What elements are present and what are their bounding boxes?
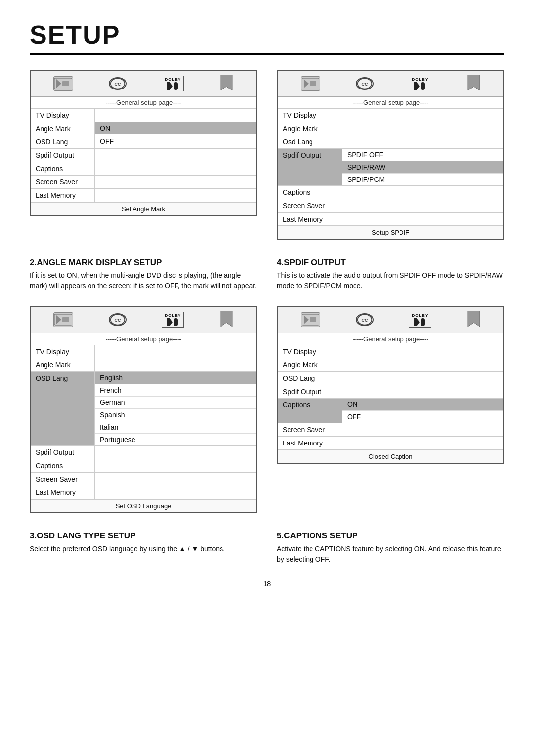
menu-row: TV Display	[31, 345, 256, 358]
menu-row: Captions	[278, 186, 503, 199]
menu-item-label: Angle Mark	[278, 358, 342, 371]
diagram-spdif: CC DOLBY -----General setup page----TV D…	[277, 70, 504, 240]
menu-option: SPDIF/PCM	[342, 174, 503, 185]
menu-row: Captions	[31, 459, 256, 473]
menu-option: SPDIF/RAW	[342, 161, 503, 174]
menu-item-label: Spdif Output	[278, 149, 342, 185]
text-section-angle-mark-setup: 2.ANGLE MARK DISPLAY SETUPIf it is set t…	[30, 255, 257, 291]
menu-item-label: Captions	[31, 162, 95, 175]
diagram-caption: Set OSD Language	[31, 499, 256, 512]
menu-option: ON	[95, 122, 256, 134]
menu-item-label: Last Memory	[31, 189, 95, 202]
dvd-icon	[301, 76, 320, 91]
menu-item-label: Osd Lang	[278, 135, 342, 148]
diagram-topbar: CC DOLBY	[278, 71, 503, 97]
dolby-icon: DOLBY	[409, 312, 431, 328]
section-header: 2.ANGLE MARK DISPLAY SETUP	[30, 258, 257, 267]
bookmark-icon	[467, 75, 481, 92]
menu-row: OSD LangOFF	[31, 135, 256, 149]
menu-row: Screen Saver	[278, 423, 503, 437]
svg-marker-27	[468, 311, 480, 327]
menu-item-label: Angle Mark	[278, 122, 342, 135]
main-grid: CC DOLBY -----General setup page----TV D…	[30, 70, 504, 513]
diagram-topbar: CC DOLBY	[278, 307, 503, 333]
setup-page-label: -----General setup page----	[278, 97, 503, 109]
bookmark-icon	[467, 311, 481, 329]
menu-item-label: Last Memory	[278, 437, 342, 449]
diagram-angle-mark: CC DOLBY -----General setup page----TV D…	[30, 70, 257, 240]
dvd-icon	[53, 312, 73, 327]
menu-item-label: OSD Lang	[31, 135, 95, 148]
bookmark-icon	[220, 75, 233, 92]
menu-row: Angle Mark	[278, 122, 503, 135]
svg-rect-23	[310, 317, 316, 322]
menu-item-label: Angle Mark	[31, 122, 95, 135]
setup-page-label: -----General setup page----	[31, 97, 256, 109]
section-body: If it is set to ON, when the multi-angle…	[30, 270, 257, 291]
dolby-icon: DOLBY	[409, 76, 431, 91]
menu-row: TV Display	[31, 109, 256, 122]
text-section-osd-lang-setup: 3.OSD LANG TYPE SETUPSelect the preferre…	[30, 528, 257, 565]
menu-options: OFF	[95, 135, 256, 148]
menu-row: CaptionsONOFF	[278, 399, 503, 423]
menu-item-label: Captions	[278, 186, 342, 199]
menu-option: Spanish	[95, 409, 256, 421]
section-body: This is to activate the audio output fro…	[277, 270, 504, 291]
menu-option: OFF	[342, 411, 503, 423]
svg-rect-19	[174, 318, 178, 326]
svg-text:CC: CC	[361, 318, 368, 323]
menu-options: EnglishFrenchGermanSpanishItalianPortugu…	[95, 372, 256, 445]
text-section-spdif-output: 4.SPDIF OUTPUTThis is to activate the au…	[277, 255, 504, 291]
menu-item-label: Angle Mark	[31, 358, 95, 371]
menu-row: Spdif Output	[278, 385, 503, 399]
svg-rect-9	[310, 81, 316, 86]
menu-item-label: OSD Lang	[31, 372, 95, 445]
menu-item-label: Screen Saver	[31, 473, 95, 486]
menu-item-label: Spdif Output	[31, 149, 95, 162]
svg-rect-5	[174, 82, 178, 90]
page-title: SETUP	[30, 20, 504, 55]
menu-row: Last Memory	[278, 437, 503, 450]
menu-item-label: OSD Lang	[278, 372, 342, 385]
cc-icon: CC	[356, 313, 374, 326]
menu-option: ON	[342, 399, 503, 411]
dvd-icon	[301, 312, 320, 327]
menu-options: ON	[95, 122, 256, 135]
menu-row: Last Memory	[278, 213, 503, 226]
menu-row: OSD Lang	[278, 372, 503, 385]
menu-row: Angle Mark	[31, 358, 256, 372]
svg-marker-13	[468, 75, 480, 90]
cc-icon: CC	[109, 77, 127, 90]
setup-page-label: -----General setup page----	[31, 333, 256, 345]
diagram-caption: Setup SPDIF	[278, 226, 503, 239]
section-header: 5.CAPTIONS SETUP	[277, 531, 504, 541]
bookmark-icon	[220, 311, 233, 329]
diagram-osd-lang: CC DOLBY -----General setup page----TV D…	[30, 306, 257, 513]
menu-row: Screen Saver	[278, 199, 503, 213]
menu-option: SPDIF OFF	[342, 149, 503, 161]
menu-item-label: Spdif Output	[31, 446, 95, 459]
menu-row: Angle Mark	[278, 358, 503, 372]
menu-item-label: Captions	[278, 399, 342, 423]
menu-row: Captions	[31, 162, 256, 176]
setup-page-label: -----General setup page----	[278, 333, 503, 345]
svg-rect-16	[62, 317, 69, 322]
svg-rect-26	[421, 318, 425, 326]
diagram-topbar: CC DOLBY	[31, 71, 256, 97]
section-body: Select the preferred OSD language by usi…	[30, 544, 257, 554]
menu-item-label: TV Display	[31, 109, 95, 122]
diagram-captions: CC DOLBY -----General setup page----TV D…	[277, 306, 504, 513]
text-section-captions-setup: 5.CAPTIONS SETUPActivate the CAPTIONS fe…	[277, 528, 504, 565]
menu-row: TV Display	[278, 345, 503, 358]
dolby-icon: DOLBY	[162, 312, 184, 328]
menu-item-label: TV Display	[278, 109, 342, 122]
menu-option: Portuguese	[95, 434, 256, 445]
svg-rect-12	[421, 82, 425, 90]
menu-row: OSD LangEnglishFrenchGermanSpanishItalia…	[31, 372, 256, 446]
menu-row: Spdif Output	[31, 446, 256, 459]
svg-marker-6	[221, 75, 232, 90]
menu-option: OFF	[95, 135, 256, 147]
diagram-topbar: CC DOLBY	[31, 307, 256, 333]
menu-item-label: Screen Saver	[31, 176, 95, 188]
page-number: 18	[30, 579, 504, 588]
